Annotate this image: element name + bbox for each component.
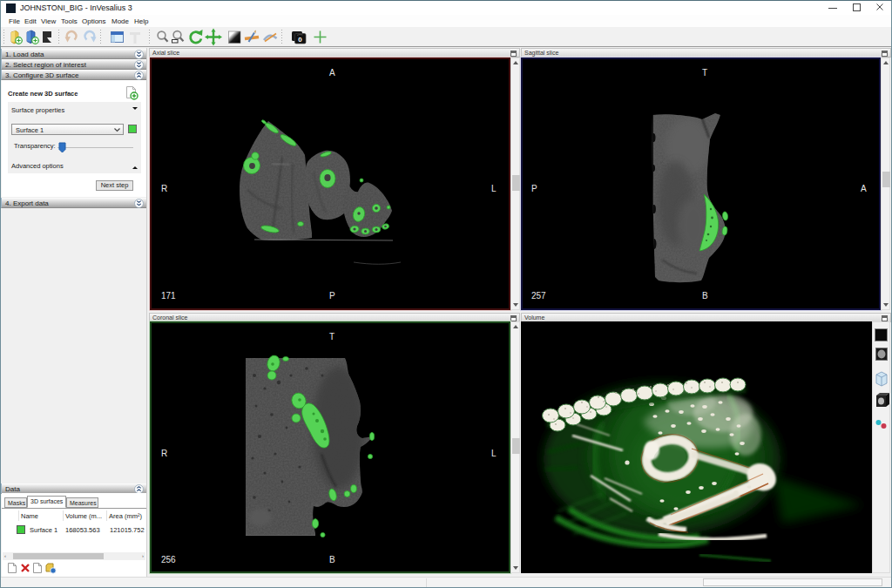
svg-text:0: 0 <box>298 36 302 44</box>
